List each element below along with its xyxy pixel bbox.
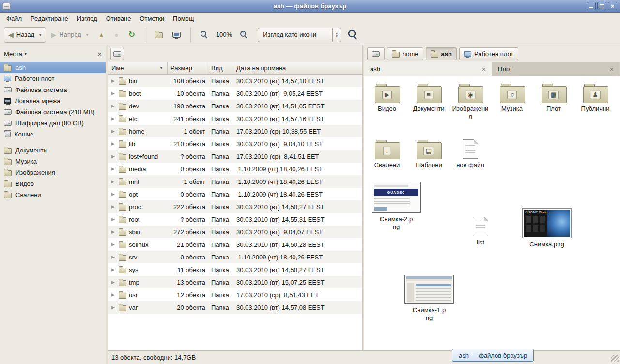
breadcrumb-ash[interactable]: ash — [426, 47, 457, 60]
sidebar-item-network[interactable]: Локална мрежа — [0, 95, 106, 106]
file-snimka[interactable]: GNOME Store Снимка.png — [520, 208, 574, 248]
view-selector[interactable]: Изглед като икони ▲▼ — [258, 28, 341, 42]
expander-icon[interactable]: ▶ — [111, 129, 116, 134]
computer-button[interactable] — [168, 27, 185, 43]
table-row-lib[interactable]: ▶lib210 обектаПапка30.03.2010 (вт) 9,04,… — [108, 137, 362, 150]
menu-edit[interactable]: Редактиране — [26, 14, 73, 24]
column-header-date[interactable]: Дата на промяна — [233, 62, 362, 74]
column-header-type[interactable]: Вид — [208, 62, 233, 74]
back-history-caret-icon[interactable]: ▾ — [37, 32, 42, 37]
table-row-tmp[interactable]: ▶tmp13 обектаПапка30.03.2010 (вт) 15,07,… — [108, 276, 362, 288]
column-header-size[interactable]: Размер — [168, 62, 208, 74]
table-row-media[interactable]: ▶media0 обектаПапка 1.10.2009 (чт) 18,40… — [108, 163, 362, 175]
table-row-sbin[interactable]: ▶sbin272 обектаПапка30.03.2010 (вт) 9,04… — [108, 226, 362, 238]
table-row-bin[interactable]: ▶bin108 обектаПапка30.03.2010 (вт) 14,57… — [108, 75, 362, 87]
titlebar[interactable]: ash — файлов браузър × — [0, 0, 620, 13]
table-row-usr[interactable]: ▶usr12 обектаПапка17.03.2010 (ср) 8,51,4… — [108, 288, 362, 301]
icon-public[interactable]: ♟Публични — [575, 83, 615, 113]
table-row-var[interactable]: ▶var20 обектаПапка30.03.2010 (вт) 14,57,… — [108, 301, 362, 314]
icon-templates[interactable]: ▤Шаблони — [409, 139, 449, 169]
reload-button[interactable]: ↻ — [124, 27, 140, 43]
expander-icon[interactable]: ▶ — [111, 91, 116, 96]
zoom-out-button[interactable]: − — [196, 27, 212, 43]
sidebar-item-music[interactable]: Музика — [0, 156, 106, 167]
file-snimka-1[interactable]: Снимка-1.png — [403, 275, 455, 322]
tab-close-icon[interactable]: × — [482, 66, 486, 73]
expander-icon[interactable]: ▶ — [111, 141, 116, 146]
file-snimka-2[interactable]: GUADEC Снимка-2.png — [370, 182, 422, 231]
table-row-lost+found[interactable]: ▶lost+found? обектаПапка17.03.2010 (ср) … — [108, 150, 362, 163]
icon-music[interactable]: ♫Музика — [492, 83, 532, 113]
expander-icon[interactable]: ▶ — [111, 305, 116, 310]
tab-close-icon[interactable]: × — [610, 66, 614, 73]
icon-downloads[interactable]: ↓Свалени — [367, 139, 407, 169]
minimize-button[interactable] — [587, 2, 596, 10]
expander-icon[interactable]: ▶ — [111, 217, 116, 222]
expander-icon[interactable]: ▶ — [111, 280, 116, 285]
icon-documents[interactable]: ≡Документи — [409, 83, 449, 113]
expander-icon[interactable]: ▶ — [111, 292, 116, 297]
expander-icon[interactable]: ▶ — [111, 116, 116, 121]
sidebar-item-filesystem[interactable]: Файлова система — [0, 84, 106, 95]
expander-icon[interactable]: ▶ — [111, 154, 116, 159]
expander-icon[interactable]: ▶ — [111, 267, 116, 272]
table-row-etc[interactable]: ▶etc241 обектаПапка30.03.2010 (вт) 14,57… — [108, 112, 362, 125]
sidebar-item-desktop[interactable]: Работен плот — [0, 73, 106, 84]
menu-bookmarks[interactable]: Отметки — [135, 14, 169, 24]
home-button[interactable] — [151, 27, 167, 43]
sidebar-item-pictures[interactable]: Изображения — [0, 167, 106, 178]
file-list[interactable]: list — [464, 217, 497, 246]
expander-icon[interactable]: ▶ — [111, 204, 116, 209]
expander-icon[interactable]: ▶ — [111, 242, 116, 247]
breadcrumb-desktop[interactable]: Работен плот — [459, 47, 518, 60]
expander-icon[interactable]: ▶ — [111, 167, 116, 171]
forward-button[interactable]: ▶ Напред ▾ — [47, 27, 93, 43]
menu-go[interactable]: Отиване — [102, 14, 136, 24]
sidebar-item-documents[interactable]: Документи — [0, 145, 106, 156]
resize-grip[interactable] — [611, 355, 619, 362]
expander-icon[interactable]: ▶ — [111, 229, 116, 234]
breadcrumb-root-button[interactable] — [110, 48, 124, 60]
table-row-boot[interactable]: ▶boot10 обектаПапка30.03.2010 (вт) 9,05,… — [108, 87, 362, 100]
menu-file[interactable]: Файл — [2, 14, 26, 24]
zoom-in-button[interactable]: + — [236, 27, 252, 43]
breadcrumb-home[interactable]: home — [387, 47, 423, 60]
taskbar-window-button[interactable]: ash — файлов браузър — [452, 349, 534, 362]
sidebar-selector-caret-icon[interactable]: ▾ — [25, 52, 27, 56]
expander-icon[interactable]: ▶ — [111, 78, 116, 83]
table-row-proc[interactable]: ▶proc222 обектаПапка30.03.2010 (вт) 14,5… — [108, 200, 362, 213]
sidebar-item-ash[interactable]: ash — [0, 62, 106, 73]
icon-pictures[interactable]: ◉Изображения — [450, 83, 490, 121]
table-row-opt[interactable]: ▶opt0 обектаПапка 1.10.2009 (чт) 18,40,2… — [108, 188, 362, 200]
column-header-name[interactable]: Име ▼ — [108, 62, 168, 74]
sidebar-item-downloads[interactable]: Свалени — [0, 189, 106, 200]
sidebar-item-video[interactable]: Видео — [0, 178, 106, 189]
expander-icon[interactable]: ▶ — [111, 192, 116, 197]
up-button[interactable]: ▲ — [93, 27, 109, 43]
maximize-button[interactable] — [597, 2, 606, 10]
sidebar-close-icon[interactable]: × — [97, 50, 102, 58]
sidebar-item-filesystem-210[interactable]: Файлова система (210 MB) — [0, 106, 106, 118]
breadcrumb-root[interactable] — [367, 47, 385, 60]
table-row-home[interactable]: ▶home1 обектПапка17.03.2010 (ср) 10,38,5… — [108, 125, 362, 137]
table-row-sys[interactable]: ▶sys11 обектаПапка30.03.2010 (вт) 14,50,… — [108, 263, 362, 276]
spinner-arrows-icon[interactable]: ▲▼ — [332, 28, 341, 42]
table-row-mnt[interactable]: ▶mnt1 обектПапка 1.10.2009 (чт) 18,40,26… — [108, 175, 362, 188]
close-button[interactable]: × — [608, 2, 617, 10]
icon-new-file[interactable]: нов файл — [450, 139, 490, 169]
sidebar-item-trash[interactable]: Кошче — [0, 129, 106, 140]
table-row-dev[interactable]: ▶dev190 обектаПапка30.03.2010 (вт) 14,51… — [108, 100, 362, 112]
expander-icon[interactable]: ▶ — [111, 255, 116, 259]
sidebar-item-encrypted-80[interactable]: Шифриран дял (80 GB) — [0, 118, 106, 129]
table-row-srv[interactable]: ▶srv0 обектаПапка 1.10.2009 (чт) 18,40,2… — [108, 251, 362, 263]
tab-plot[interactable]: Плот× — [492, 62, 620, 76]
back-button[interactable]: ◀ Назад ▾ — [4, 27, 46, 43]
search-button[interactable] — [342, 27, 361, 43]
icon-video[interactable]: ▶Видео — [367, 83, 407, 113]
expander-icon[interactable]: ▶ — [111, 104, 116, 108]
table-row-root[interactable]: ▶root? обектаПапка30.03.2010 (вт) 14,55,… — [108, 213, 362, 226]
tab-ash[interactable]: ash× — [364, 62, 492, 76]
expander-icon[interactable]: ▶ — [111, 179, 116, 184]
icon-desktop[interactable]: ▦Плот — [534, 83, 574, 113]
menu-view[interactable]: Изглед — [73, 14, 102, 24]
